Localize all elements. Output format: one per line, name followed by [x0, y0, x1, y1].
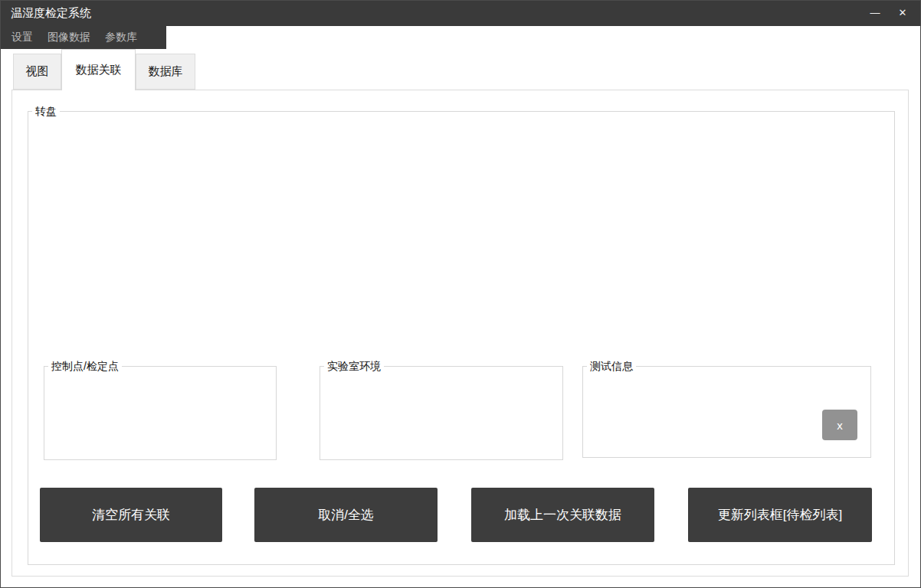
action-button-1[interactable]: 取消/全选: [254, 488, 438, 542]
app-window: 温湿度检定系统 — ✕ 设置图像数据参数库 视图数据关联数据库 转盘 A01● …: [0, 0, 921, 588]
lab-env-groupbox: [320, 366, 563, 460]
clear-tester-button[interactable]: x: [822, 410, 857, 440]
test-info-group-label: 测试信息: [587, 359, 636, 373]
minimize-icon[interactable]: —: [860, 0, 890, 26]
lab-env-group-label: 实验室环境: [324, 359, 384, 373]
close-icon[interactable]: ✕: [887, 0, 918, 26]
window-title: 温湿度检定系统: [11, 0, 91, 26]
tab-0[interactable]: 视图: [13, 54, 61, 90]
menu-item-2[interactable]: 参数库: [105, 31, 137, 44]
action-button-3[interactable]: 更新列表框[待检列表]: [688, 488, 872, 542]
action-button-2[interactable]: 加载上一次关联数据: [471, 488, 654, 542]
menu-item-0[interactable]: 设置: [11, 31, 33, 44]
tab-1[interactable]: 数据关联: [61, 49, 136, 90]
control-points-groupbox: [44, 366, 277, 460]
title-bar: 温湿度检定系统 — ✕: [0, 0, 921, 26]
control-points-group-label: 控制点/检定点: [48, 359, 122, 373]
menu-bar: 设置图像数据参数库: [0, 26, 166, 49]
tab-2[interactable]: 数据库: [136, 54, 195, 90]
menu-item-1[interactable]: 图像数据: [48, 31, 90, 44]
action-button-0[interactable]: 清空所有关联: [40, 488, 222, 542]
turntable-group-label: 转盘: [32, 104, 60, 118]
